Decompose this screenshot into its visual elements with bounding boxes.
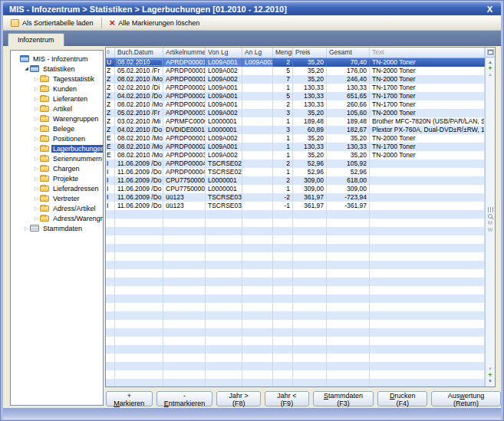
plus-down-icon[interactable]: + [488,373,492,378]
table-row[interactable]: Z05.02.2010 /FrAPRDP00003L009A002335,201… [106,109,485,117]
marker-m-icon[interactable]: M [488,220,492,226]
table-row[interactable]: Z02.02.2010 /DiAPRDP00002L009A0011130,33… [106,84,485,92]
empty-row[interactable] [106,235,485,244]
column-header-von[interactable]: Von Lg [206,48,242,58]
expand-arrow-icon[interactable]: ▷ [33,115,40,122]
table-row[interactable]: I11.06.2009 /Doüü123TSCRSE03-1361,97-361… [106,202,485,210]
close-icon[interactable]: X [485,5,495,14]
expand-arrow-icon[interactable]: ▷ [33,175,40,182]
tree-item-stammdaten[interactable]: ▷Stammdaten [11,223,103,233]
tree-item-lagerbuchungen[interactable]: ▷Lagerbuchungen [11,143,103,153]
tree-item-statistiken[interactable]: ◢Statistiken [11,64,103,74]
table-row[interactable]: I11.06.2009 /DoCPU77500007L00000012309,0… [106,176,485,185]
expand-arrow-icon[interactable]: ▷ [33,75,40,82]
empty-row[interactable] [106,219,485,227]
column-options-button[interactable] [486,48,495,58]
column-header-text[interactable]: Text [370,48,485,58]
clear-marks-button[interactable]: × Alle Markierungen löschen [105,17,205,29]
empty-row[interactable] [106,354,485,362]
table-row[interactable]: I11.06.2009 /Doüü123TSCRSE03-2361,97-723… [106,193,485,202]
expand-arrow-icon[interactable]: ▷ [33,135,40,142]
expand-arrow-icon[interactable]: ▷ [33,205,40,212]
footer-button-jahr-f9[interactable]: Jahr < (F9) [265,391,309,406]
tree-item-kunden[interactable]: ▷Kunden [11,84,103,94]
tree-item-mis-infozentrum[interactable]: MIS - Infozentrum [11,54,103,64]
tree-item-adress-artikel[interactable]: ▷Adress/Artikel [11,203,103,213]
tree-item-projekte[interactable]: ▷Projekte [11,173,103,183]
empty-row[interactable] [106,370,485,379]
expand-arrow-icon[interactable]: ▷ [33,165,40,172]
table-row[interactable]: I11.06.2009 /DoAPRDP00004TSCRSE02152,965… [106,168,485,176]
tree-item-warengruppen[interactable]: ▷Warengruppen [11,113,103,123]
empty-row[interactable] [106,345,485,354]
tree-item-artikel[interactable]: ▷Artikel [11,104,103,113]
table-row[interactable]: Z03.02.2010 /MiAPRMFC00001L00000011189,4… [106,117,485,126]
expand-arrow-icon[interactable]: ▷ [23,225,30,232]
footer-button-entmarkieren[interactable]: - Entmarkieren [156,391,213,406]
empty-row[interactable] [106,328,485,337]
empty-row[interactable] [106,303,485,311]
plus-up-icon[interactable]: + [488,66,492,71]
column-header-type[interactable]: 8 [106,48,115,58]
empty-row[interactable] [106,210,485,219]
empty-row[interactable] [106,252,485,261]
tab-infozentrum[interactable]: Infozentrum [8,33,64,46]
expand-arrow-icon[interactable]: ▷ [33,185,40,192]
empty-row[interactable] [106,320,485,328]
tree-item-lieferanten[interactable]: ▷Lieferanten [11,94,103,104]
footer-button-auswertung-return[interactable]: Auswertung (Return) [431,391,501,406]
footer-button-jahr-f8[interactable]: Jahr > (F8) [216,391,261,406]
empty-row[interactable] [106,269,485,278]
tree-item-chargen[interactable]: ▷Chargen [11,163,103,173]
expand-arrow-icon[interactable]: ▷ [33,85,40,92]
empty-row[interactable] [106,244,485,252]
tree-item-belege[interactable]: ▷Belege [11,123,103,133]
table-row[interactable]: E08.02.2010 /MoAPRDP00001L009A002135,203… [106,134,485,143]
table-row[interactable]: I11.06.2009 /DoCPU77500007L00000011309,0… [106,185,485,193]
column-header-artikel[interactable]: Artikelnummer [163,48,206,58]
empty-row[interactable] [106,261,485,269]
tree-item-seriennummern[interactable]: ▷Seriennummern [11,153,103,163]
tree-item-positionen[interactable]: ▷Positionen [11,133,103,143]
table-row[interactable]: Z04.02.2010 /DoAPRDP00002L009A0015130,33… [106,92,485,100]
expand-arrow-icon[interactable]: ▷ [33,145,40,152]
expand-arrow-icon[interactable]: ▷ [33,125,40,132]
empty-row[interactable] [106,278,485,286]
expand-arrow-icon[interactable]: ▷ [33,155,40,162]
table-row[interactable]: E08.02.2010 /MoAPRDP00002L009A0011130,33… [106,143,485,151]
empty-row[interactable] [106,362,485,370]
empty-row[interactable] [106,379,485,386]
tree-item-vertreter[interactable]: ▷Vertreter [11,193,103,203]
empty-row[interactable] [106,337,485,345]
tree-item-tagesstatistik[interactable]: ▷Tagesstatistik [11,74,103,84]
column-header-datum[interactable]: Buch.Datum [115,48,163,58]
scroll-down-icon[interactable]: ▼ [488,379,492,384]
load-sort-table-button[interactable]: Als Sortiertabelle laden [6,17,98,29]
column-header-preis[interactable]: Preis [293,48,327,58]
tree-item-adress-warengruppen[interactable]: ▷Adress/Warengruppen [11,213,103,223]
expand-arrow-icon[interactable]: ▷ [33,95,40,102]
marker-w-icon[interactable]: W [488,227,493,233]
expand-arrow-icon[interactable]: ▷ [33,195,40,202]
footer-button-markieren[interactable]: + Markieren [106,391,153,406]
empty-row[interactable] [106,286,485,294]
column-header-an[interactable]: An Lg [242,48,273,58]
tree-item-lieferadressen[interactable]: ▷Lieferadressen [11,183,103,193]
table-row[interactable]: U08.02.2010APRDP00001L009A001L009A002235… [106,58,485,67]
columns-icon[interactable] [488,207,493,212]
column-header-menge[interactable]: Menge [273,48,293,58]
expand-arrow-icon[interactable]: ▷ [33,215,40,222]
footer-button-drucken-f4[interactable]: Drucken (F4) [377,391,427,406]
footer-button-stammdaten-f3[interactable]: Stammdaten (F3) [313,391,374,406]
page-up-icon[interactable]: ▲ [488,72,492,77]
table-side-scrollbar[interactable]: ▲ + ▲ M W ▼ + ▼ [485,48,495,386]
column-header-gesamt[interactable]: Gesamt [327,48,370,58]
table-row[interactable]: I11.06.2009 /DoAPRDP00004TSCRSE02252,961… [106,160,485,168]
empty-row[interactable] [106,311,485,320]
collapse-arrow-icon[interactable]: ◢ [23,65,30,72]
empty-row[interactable] [106,227,485,235]
table-row[interactable]: Z08.02.2010 /MoAPRDP00001L009A002735,202… [106,75,485,84]
table-row[interactable]: Z08.02.2010 /MoAPRDP00002L009A0012130,33… [106,100,485,109]
table-row[interactable]: Z05.02.2010 /FrAPRDP00001L009A002535,201… [106,67,485,75]
table-row[interactable]: Z04.02.2010 /DoDVDIDE00016L0000001360,89… [106,126,485,134]
